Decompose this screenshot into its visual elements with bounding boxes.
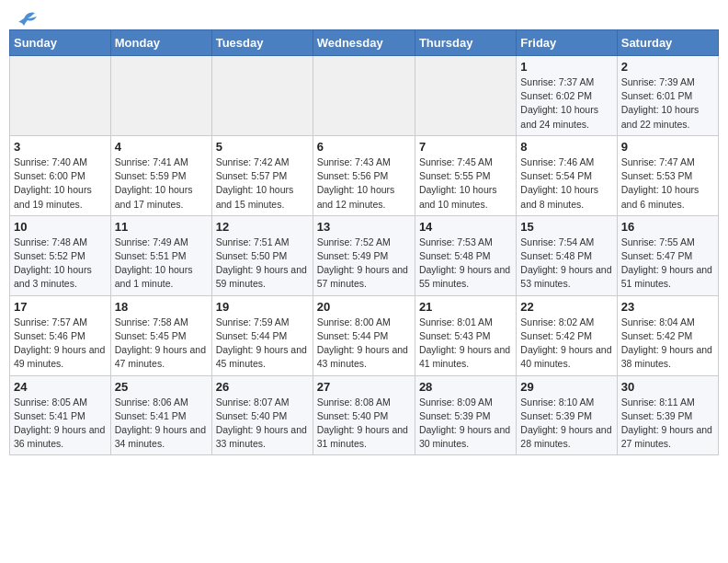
calendar-cell: 8Sunrise: 7:46 AM Sunset: 5:54 PM Daylig… <box>517 135 617 215</box>
calendar-cell: 12Sunrise: 7:51 AM Sunset: 5:50 PM Dayli… <box>211 215 313 295</box>
dow-header-monday: Monday <box>110 30 211 56</box>
dow-header-saturday: Saturday <box>617 30 718 56</box>
day-number: 29 <box>520 380 612 394</box>
day-number: 3 <box>14 140 107 154</box>
logo <box>13 9 39 24</box>
calendar-cell: 21Sunrise: 8:01 AM Sunset: 5:43 PM Dayli… <box>415 295 516 375</box>
calendar-cell: 9Sunrise: 7:47 AM Sunset: 5:53 PM Daylig… <box>617 135 718 215</box>
day-number: 22 <box>520 300 612 314</box>
calendar-cell: 2Sunrise: 7:39 AM Sunset: 6:01 PM Daylig… <box>617 56 718 136</box>
day-info: Sunrise: 8:00 AM Sunset: 5:44 PM Dayligh… <box>317 316 411 372</box>
day-number: 26 <box>216 380 309 394</box>
day-number: 11 <box>115 220 208 234</box>
calendar-cell: 4Sunrise: 7:41 AM Sunset: 5:59 PM Daylig… <box>110 135 211 215</box>
calendar-cell: 14Sunrise: 7:53 AM Sunset: 5:48 PM Dayli… <box>415 215 516 295</box>
calendar-cell: 6Sunrise: 7:43 AM Sunset: 5:56 PM Daylig… <box>313 135 415 215</box>
calendar-cell: 5Sunrise: 7:42 AM Sunset: 5:57 PM Daylig… <box>211 135 313 215</box>
day-number: 8 <box>520 140 612 154</box>
day-info: Sunrise: 7:51 AM Sunset: 5:50 PM Dayligh… <box>216 236 309 292</box>
dow-header-friday: Friday <box>517 30 617 56</box>
calendar-cell: 19Sunrise: 7:59 AM Sunset: 5:44 PM Dayli… <box>211 295 313 375</box>
day-info: Sunrise: 7:39 AM Sunset: 6:01 PM Dayligh… <box>621 75 714 132</box>
day-info: Sunrise: 7:54 AM Sunset: 5:48 PM Dayligh… <box>520 236 612 292</box>
day-number: 10 <box>14 220 107 234</box>
day-number: 16 <box>621 220 714 234</box>
day-info: Sunrise: 7:45 AM Sunset: 5:55 PM Dayligh… <box>419 155 512 212</box>
day-info: Sunrise: 7:40 AM Sunset: 6:00 PM Dayligh… <box>14 155 107 212</box>
dow-header-thursday: Thursday <box>415 30 516 56</box>
day-info: Sunrise: 7:58 AM Sunset: 5:45 PM Dayligh… <box>115 316 208 372</box>
day-number: 9 <box>621 140 714 154</box>
day-info: Sunrise: 8:08 AM Sunset: 5:40 PM Dayligh… <box>317 396 411 452</box>
day-number: 30 <box>621 380 714 394</box>
calendar-cell: 29Sunrise: 8:10 AM Sunset: 5:39 PM Dayli… <box>517 375 617 455</box>
calendar-table: SundayMondayTuesdayWednesdayThursdayFrid… <box>9 29 719 455</box>
day-number: 12 <box>216 220 309 234</box>
day-number: 19 <box>216 300 309 314</box>
day-number: 23 <box>621 300 714 314</box>
day-number: 6 <box>317 140 411 154</box>
day-number: 21 <box>419 300 512 314</box>
day-info: Sunrise: 7:37 AM Sunset: 6:02 PM Dayligh… <box>520 75 612 132</box>
day-info: Sunrise: 8:06 AM Sunset: 5:41 PM Dayligh… <box>115 396 208 452</box>
day-info: Sunrise: 8:05 AM Sunset: 5:41 PM Dayligh… <box>14 396 107 452</box>
day-info: Sunrise: 7:55 AM Sunset: 5:47 PM Dayligh… <box>621 236 714 292</box>
day-info: Sunrise: 7:41 AM Sunset: 5:59 PM Dayligh… <box>115 155 208 212</box>
day-number: 13 <box>317 220 411 234</box>
day-info: Sunrise: 7:48 AM Sunset: 5:52 PM Dayligh… <box>14 236 107 292</box>
dow-header-wednesday: Wednesday <box>313 30 415 56</box>
day-info: Sunrise: 8:09 AM Sunset: 5:39 PM Dayligh… <box>419 396 512 452</box>
day-number: 28 <box>419 380 512 394</box>
day-info: Sunrise: 8:04 AM Sunset: 5:42 PM Dayligh… <box>621 316 714 372</box>
day-info: Sunrise: 7:52 AM Sunset: 5:49 PM Dayligh… <box>317 236 411 292</box>
day-info: Sunrise: 7:49 AM Sunset: 5:51 PM Dayligh… <box>115 236 208 292</box>
day-number: 14 <box>419 220 512 234</box>
calendar-cell: 26Sunrise: 8:07 AM Sunset: 5:40 PM Dayli… <box>211 375 313 455</box>
day-info: Sunrise: 8:01 AM Sunset: 5:43 PM Dayligh… <box>419 316 512 372</box>
day-number: 2 <box>621 60 714 74</box>
day-info: Sunrise: 7:42 AM Sunset: 5:57 PM Dayligh… <box>216 155 309 212</box>
calendar-cell: 16Sunrise: 7:55 AM Sunset: 5:47 PM Dayli… <box>617 215 718 295</box>
dow-header-tuesday: Tuesday <box>211 30 313 56</box>
day-info: Sunrise: 7:53 AM Sunset: 5:48 PM Dayligh… <box>419 236 512 292</box>
calendar-cell: 7Sunrise: 7:45 AM Sunset: 5:55 PM Daylig… <box>415 135 516 215</box>
day-number: 18 <box>115 300 208 314</box>
calendar-cell: 17Sunrise: 7:57 AM Sunset: 5:46 PM Dayli… <box>10 295 111 375</box>
calendar-cell: 10Sunrise: 7:48 AM Sunset: 5:52 PM Dayli… <box>10 215 111 295</box>
calendar-cell: 18Sunrise: 7:58 AM Sunset: 5:45 PM Dayli… <box>110 295 211 375</box>
calendar-cell <box>415 56 516 136</box>
day-info: Sunrise: 8:10 AM Sunset: 5:39 PM Dayligh… <box>520 396 612 452</box>
day-number: 17 <box>14 300 107 314</box>
calendar-cell: 3Sunrise: 7:40 AM Sunset: 6:00 PM Daylig… <box>10 135 111 215</box>
dow-header-sunday: Sunday <box>10 30 111 56</box>
calendar-cell: 22Sunrise: 8:02 AM Sunset: 5:42 PM Dayli… <box>517 295 617 375</box>
day-number: 24 <box>14 380 107 394</box>
day-info: Sunrise: 7:46 AM Sunset: 5:54 PM Dayligh… <box>520 155 612 212</box>
calendar-cell <box>313 56 415 136</box>
day-number: 7 <box>419 140 512 154</box>
day-info: Sunrise: 8:07 AM Sunset: 5:40 PM Dayligh… <box>216 396 309 452</box>
day-info: Sunrise: 8:11 AM Sunset: 5:39 PM Dayligh… <box>621 396 714 452</box>
calendar-cell: 30Sunrise: 8:11 AM Sunset: 5:39 PM Dayli… <box>617 375 718 455</box>
page-header <box>9 9 719 24</box>
day-number: 15 <box>520 220 612 234</box>
day-number: 5 <box>216 140 309 154</box>
calendar-cell <box>110 56 211 136</box>
calendar-cell: 28Sunrise: 8:09 AM Sunset: 5:39 PM Dayli… <box>415 375 516 455</box>
day-number: 20 <box>317 300 411 314</box>
day-number: 1 <box>520 60 612 74</box>
day-number: 25 <box>115 380 208 394</box>
calendar-cell <box>10 56 111 136</box>
calendar-cell: 25Sunrise: 8:06 AM Sunset: 5:41 PM Dayli… <box>110 375 211 455</box>
calendar-cell: 23Sunrise: 8:04 AM Sunset: 5:42 PM Dayli… <box>617 295 718 375</box>
day-number: 4 <box>115 140 208 154</box>
calendar-cell: 15Sunrise: 7:54 AM Sunset: 5:48 PM Dayli… <box>517 215 617 295</box>
calendar-cell: 11Sunrise: 7:49 AM Sunset: 5:51 PM Dayli… <box>110 215 211 295</box>
day-info: Sunrise: 7:57 AM Sunset: 5:46 PM Dayligh… <box>14 316 107 372</box>
day-info: Sunrise: 8:02 AM Sunset: 5:42 PM Dayligh… <box>520 316 612 372</box>
calendar-cell <box>211 56 313 136</box>
day-info: Sunrise: 7:43 AM Sunset: 5:56 PM Dayligh… <box>317 155 411 212</box>
day-info: Sunrise: 7:47 AM Sunset: 5:53 PM Dayligh… <box>621 155 714 212</box>
calendar-cell: 13Sunrise: 7:52 AM Sunset: 5:49 PM Dayli… <box>313 215 415 295</box>
calendar-cell: 24Sunrise: 8:05 AM Sunset: 5:41 PM Dayli… <box>10 375 111 455</box>
